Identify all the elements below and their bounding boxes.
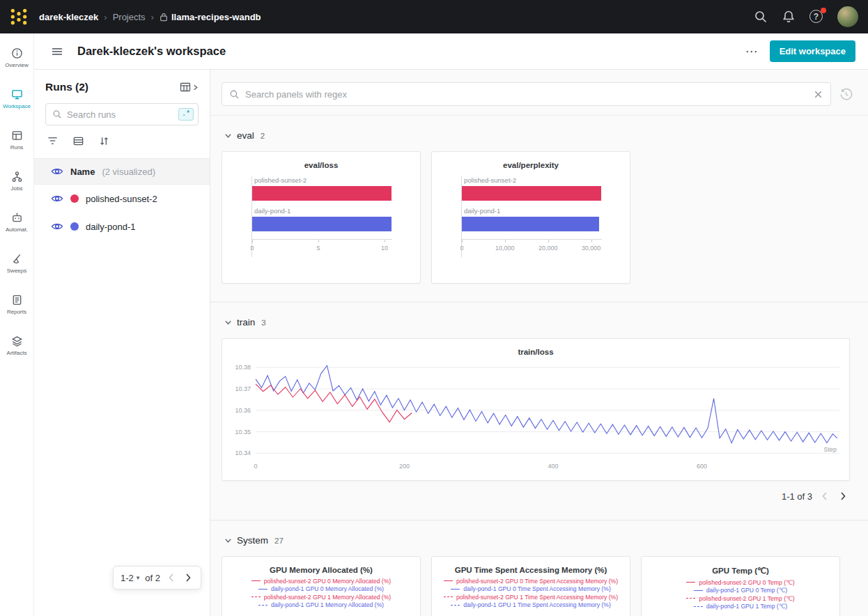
section-eval-header[interactable]: eval 2 <box>222 116 850 151</box>
sweeps-broom-icon <box>11 253 23 265</box>
section-system-header[interactable]: System 27 <box>222 521 850 556</box>
section-label: System <box>237 535 268 546</box>
panel-title: GPU Temp (℃) <box>642 557 839 577</box>
runs-visualized-count: (2 visualized) <box>102 167 155 177</box>
chevron-left-icon[interactable] <box>819 491 830 502</box>
svg-text:10.37: 10.37 <box>235 385 251 392</box>
panel-title: eval/perplexity <box>432 152 630 171</box>
section-train-header[interactable]: train 3 <box>222 302 850 338</box>
train-section-pagination: 1-1 of 3 <box>222 481 850 502</box>
rail-label: Reports <box>7 309 26 315</box>
svg-text:10.35: 10.35 <box>235 429 251 436</box>
panel-eval-perplexity[interactable]: eval/perplexity polished-sunset-2daily-p… <box>431 151 630 284</box>
group-list-icon[interactable] <box>72 135 84 147</box>
run-color-dot <box>70 222 79 231</box>
top-nav-actions: ? <box>754 6 858 27</box>
panels-search-row <box>210 70 868 116</box>
section-train: train 3 train/loss 10.3810.3710.3610.351… <box>210 302 868 521</box>
runs-table-expand-button[interactable] <box>180 82 199 93</box>
svg-text:400: 400 <box>548 463 558 470</box>
run-name[interactable]: daily-pond-1 <box>86 222 136 232</box>
breadcrumb-separator: › <box>104 12 107 22</box>
rail-item-overview[interactable]: Overview <box>0 47 33 88</box>
wandb-logo[interactable] <box>8 6 29 27</box>
breadcrumb-project[interactable]: llama-recipes-wandb <box>171 12 261 22</box>
top-nav: darek-kleczek › Projects › llama-recipes… <box>0 0 868 33</box>
runs-pagination: 1-2 ▾ of 2 <box>113 566 201 590</box>
notifications-bell-icon[interactable] <box>782 10 796 24</box>
section-eval: eval 2 eval/loss polished-sunset-2daily-… <box>210 116 868 302</box>
run-row-daily-pond-1[interactable]: daily-pond-1 <box>34 213 210 240</box>
history-undo-icon[interactable] <box>839 88 853 101</box>
panels-search-box <box>222 82 831 106</box>
gpu-memory-chart: polished-sunset-2 GPU 0 Memory Allocated… <box>222 577 420 616</box>
rail-item-reports[interactable]: Reports <box>0 294 33 335</box>
panel-title: GPU Memory Allocated (%) <box>222 557 420 576</box>
runs-name-column-header[interactable]: Name <box>70 167 95 177</box>
rail-label: Jobs <box>11 185 23 192</box>
rail-item-runs[interactable]: Runs <box>0 130 33 171</box>
edit-workspace-button[interactable]: Edit workspace <box>770 40 855 62</box>
svg-text:10.36: 10.36 <box>235 407 251 414</box>
table-icon <box>11 130 23 141</box>
run-row-polished-sunset-2[interactable]: polished-sunset-2 <box>34 185 210 213</box>
breadcrumb-user[interactable]: darek-kleczek <box>39 12 98 22</box>
gpu-time-chart: polished-sunset-2 GPU 0 Time Spent Acces… <box>432 577 630 616</box>
search-icon[interactable] <box>754 10 768 24</box>
rail-label: Workspace <box>3 103 31 109</box>
workspace-title: Darek-kleczek's workspace <box>77 45 226 58</box>
rail-item-workspace[interactable]: Workspace <box>0 88 33 130</box>
breadcrumb-projects[interactable]: Projects <box>113 12 146 22</box>
run-name[interactable]: polished-sunset-2 <box>86 194 157 204</box>
rail-label: Sweeps <box>7 268 26 274</box>
filter-funnel-icon[interactable] <box>47 135 59 147</box>
search-icon <box>229 89 240 100</box>
rail-item-jobs[interactable]: Jobs <box>0 171 33 212</box>
visibility-eye-icon[interactable] <box>51 220 63 233</box>
page-range: 1-2 <box>121 573 134 583</box>
user-avatar[interactable] <box>837 6 858 27</box>
svg-text:Step: Step <box>823 446 837 453</box>
train-page-label: 1-1 of 3 <box>782 491 812 502</box>
panel-gpu-time-accessing-memory[interactable]: GPU Time Spent Accessing Memory (%) poli… <box>431 556 630 616</box>
svg-text:200: 200 <box>399 463 410 470</box>
panel-title: eval/loss <box>222 152 420 171</box>
visibility-eye-icon[interactable] <box>51 165 63 178</box>
section-count: 27 <box>274 537 284 545</box>
panel-train-loss[interactable]: train/loss 10.3810.3710.3610.3510.340200… <box>222 338 850 481</box>
rail-item-sweeps[interactable]: Sweeps <box>0 253 33 294</box>
runs-toolbar <box>45 135 199 147</box>
clear-x-icon[interactable] <box>813 89 823 100</box>
panel-gpu-temp[interactable]: GPU Temp (℃) polished-sunset-2 GPU 0 Tem… <box>641 556 840 616</box>
panel-gpu-memory-allocated[interactable]: GPU Memory Allocated (%) polished-sunset… <box>222 556 421 616</box>
panels-search-input[interactable] <box>245 89 807 100</box>
runs-search-input[interactable] <box>67 109 173 120</box>
rail-item-artifacts[interactable]: Artifacts <box>0 335 33 376</box>
gpu-temp-chart: polished-sunset-2 GPU 0 Temp (℃)daily-po… <box>642 578 839 616</box>
wandb-app: darek-kleczek › Projects › llama-recipes… <box>0 0 868 616</box>
left-rail: Overview Workspace Runs Jobs <box>0 33 34 616</box>
rail-item-automations[interactable]: Automat. <box>0 212 33 253</box>
caret-down-icon: ▾ <box>137 574 140 581</box>
svg-text:10.34: 10.34 <box>235 449 251 456</box>
panel-eval-loss[interactable]: eval/loss polished-sunset-2daily-pond-10… <box>222 151 421 284</box>
chevron-down-icon <box>224 537 232 544</box>
runs-list-header: Name (2 visualized) <box>34 158 210 185</box>
sort-icon[interactable] <box>98 135 110 147</box>
kebab-menu-icon[interactable]: ⋯ <box>745 48 759 55</box>
chevron-down-icon <box>224 132 232 139</box>
page-of-label: of 2 <box>145 573 160 583</box>
breadcrumb: darek-kleczek › Projects › llama-recipes… <box>39 12 261 22</box>
menu-hamburger-icon[interactable] <box>51 45 63 58</box>
visibility-eye-icon[interactable] <box>51 192 63 205</box>
wandb-logo-dots <box>10 8 28 26</box>
chevron-right-icon[interactable] <box>837 491 848 502</box>
rail-label: Artifacts <box>7 350 27 356</box>
help-button[interactable]: ? <box>809 10 823 24</box>
rows-per-page-dropdown[interactable]: 1-2 ▾ <box>121 573 139 583</box>
chevron-right-icon[interactable] <box>183 572 194 583</box>
jobs-fork-icon <box>11 171 23 183</box>
runs-search-box: .* <box>45 103 199 125</box>
chevron-left-icon[interactable] <box>166 572 177 583</box>
regex-toggle-button[interactable]: .* <box>178 108 194 121</box>
